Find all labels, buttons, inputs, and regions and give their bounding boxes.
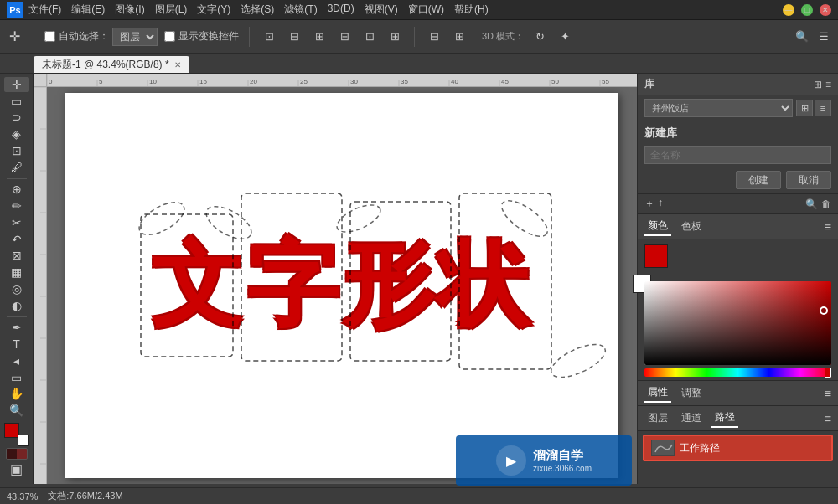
lasso-tool[interactable]: ⊃ xyxy=(4,111,29,126)
layers-panel-menu[interactable]: ≡ xyxy=(825,412,831,425)
align-top-icon[interactable]: ⊟ xyxy=(335,28,354,46)
library-name-input[interactable] xyxy=(644,146,831,164)
layers-tab[interactable]: 图层 xyxy=(644,409,671,427)
menu-file[interactable]: 文件(F) xyxy=(28,3,61,17)
brush-tool[interactable]: ✏ xyxy=(4,198,29,213)
3d-pan-icon[interactable]: ✦ xyxy=(556,28,574,46)
library-list-view[interactable]: ≡ xyxy=(825,79,831,90)
dodge-tool[interactable]: ◐ xyxy=(4,298,29,313)
path-thumbnail xyxy=(651,440,675,456)
trash-icon[interactable]: 🗑 xyxy=(821,198,831,210)
color-tab[interactable]: 颜色 xyxy=(644,217,671,236)
history-brush-tool[interactable]: ↶ xyxy=(4,232,29,247)
layer-select[interactable]: 图层 xyxy=(112,28,158,46)
library-grid-view[interactable]: ⊞ xyxy=(814,79,822,90)
align-center-h-icon[interactable]: ⊟ xyxy=(285,28,303,46)
create-library-button[interactable]: 创建 xyxy=(736,171,781,189)
adjustments-tab[interactable]: 调整 xyxy=(678,384,705,402)
screen-mode-icon[interactable]: ▣ xyxy=(4,461,29,477)
distribute2-icon[interactable]: ⊞ xyxy=(450,28,468,46)
library-dropdown[interactable]: 并州饭店 xyxy=(644,99,793,117)
properties-panel-menu[interactable]: ≡ xyxy=(825,387,831,400)
search-panel-icon[interactable]: 🔍 xyxy=(805,198,818,210)
cancel-library-button[interactable]: 取消 xyxy=(786,171,831,189)
menu-filter[interactable]: 滤镜(T) xyxy=(284,3,317,17)
color-panel-header: 颜色 色板 ≡ xyxy=(638,214,838,239)
quick-select-tool[interactable]: ◈ xyxy=(4,126,29,141)
fg-bg-color-selector[interactable] xyxy=(4,423,29,446)
canvas-text: 文字形状 xyxy=(151,224,533,348)
work-path-label: 工作路径 xyxy=(680,441,720,455)
minimize-button[interactable]: — xyxy=(783,4,794,16)
menu-text[interactable]: 文字(Y) xyxy=(197,3,230,17)
menu-edit[interactable]: 编辑(E) xyxy=(71,3,105,17)
align-left-icon[interactable]: ⊡ xyxy=(260,28,278,46)
3d-rotate-icon[interactable]: ↻ xyxy=(530,28,549,46)
watermark-text: 溜溜自学 zixue.3066.com xyxy=(533,448,592,473)
3d-mode-label: 3D 模式： xyxy=(482,30,524,43)
auto-select-checkbox[interactable] xyxy=(44,31,55,42)
watermark: ▶ 溜溜自学 zixue.3066.com xyxy=(456,435,632,486)
menu-layer[interactable]: 图层(L) xyxy=(155,3,188,17)
clone-stamp-tool[interactable]: ✂ xyxy=(4,215,29,230)
horizontal-ruler: 0 5 10 15 20 25 30 35 40 45 50 xyxy=(47,74,637,87)
photoshop-canvas[interactable]: 文字形状 xyxy=(65,93,618,478)
distribute-icon[interactable]: ⊟ xyxy=(425,28,443,46)
channels-tab[interactable]: 通道 xyxy=(678,409,705,427)
eyedropper-tool[interactable]: 🖋 xyxy=(4,160,29,175)
blur-tool[interactable]: ◎ xyxy=(4,281,29,296)
menu-image[interactable]: 图像(I) xyxy=(115,3,144,17)
canvas-scroll-area[interactable]: 文字形状 xyxy=(47,87,637,484)
svg-text:1: 1 xyxy=(34,134,35,137)
move-tool-icon[interactable]: ✛ xyxy=(5,28,23,46)
tab-close-icon[interactable]: ✕ xyxy=(174,60,181,69)
menu-view[interactable]: 视图(V) xyxy=(365,3,398,17)
work-path-item[interactable]: 工作路径 xyxy=(643,435,833,461)
menu-help[interactable]: 帮助(H) xyxy=(454,3,489,17)
grid-view-btn[interactable]: ⊞ xyxy=(796,100,813,116)
show-transform-checkbox[interactable] xyxy=(164,31,175,42)
hue-slider-handle[interactable] xyxy=(825,368,831,378)
move-tool[interactable]: ✛ xyxy=(4,77,29,92)
menu-select[interactable]: 选择(S) xyxy=(241,3,274,17)
fg-color-swatch[interactable] xyxy=(644,244,668,268)
color-gradient-area[interactable] xyxy=(644,281,831,377)
options-icon[interactable]: ☰ xyxy=(815,28,833,46)
upload-icon[interactable]: ↑ xyxy=(658,197,663,211)
color-panel-menu[interactable]: ≡ xyxy=(825,220,831,234)
hand-tool[interactable]: ✋ xyxy=(4,386,29,401)
gradient-tool[interactable]: ▦ xyxy=(4,265,29,280)
properties-tab[interactable]: 属性 xyxy=(644,383,671,403)
path-select-tool[interactable]: ◂ xyxy=(4,353,29,368)
marquee-tool[interactable]: ▭ xyxy=(4,94,29,109)
zoom-tool[interactable]: 🔍 xyxy=(4,403,29,418)
text-tool[interactable]: T xyxy=(4,337,29,352)
list-view-btn[interactable]: ≡ xyxy=(815,100,831,116)
show-transform-label: 显示变换控件 xyxy=(178,29,239,44)
pen-tool[interactable]: ✒ xyxy=(4,320,29,335)
background-color[interactable] xyxy=(18,435,29,446)
add-icon[interactable]: ＋ xyxy=(644,197,654,211)
crop-tool[interactable]: ⊡ xyxy=(4,143,29,158)
close-button[interactable]: ✕ xyxy=(820,4,831,16)
menu-3d[interactable]: 3D(D) xyxy=(328,3,354,17)
align-right-icon[interactable]: ⊞ xyxy=(310,28,328,46)
swatch-tab[interactable]: 色板 xyxy=(678,218,705,235)
svg-text:45: 45 xyxy=(501,78,509,85)
menu-window[interactable]: 窗口(W) xyxy=(408,3,444,17)
document-tab[interactable]: 未标题-1 @ 43.4%(RGB/8) * ✕ xyxy=(34,56,189,73)
quick-mask[interactable] xyxy=(6,448,28,460)
color-gradient[interactable] xyxy=(644,281,831,365)
align-bottom-icon[interactable]: ⊞ xyxy=(385,28,404,46)
canvas-area[interactable]: 0 5 10 15 20 25 30 35 40 45 50 xyxy=(34,74,637,484)
svg-text:0: 0 xyxy=(49,78,53,85)
align-center-v-icon[interactable]: ⊡ xyxy=(360,28,379,46)
eraser-tool[interactable]: ⊠ xyxy=(4,249,29,264)
watermark-url: zixue.3066.com xyxy=(533,464,592,473)
search-icon[interactable]: 🔍 xyxy=(793,28,811,46)
shape-tool[interactable]: ▭ xyxy=(4,370,29,385)
paths-tab[interactable]: 路径 xyxy=(711,409,738,428)
hue-bar[interactable] xyxy=(644,368,831,377)
spot-heal-tool[interactable]: ⊕ xyxy=(4,182,29,197)
maximize-button[interactable]: □ xyxy=(801,4,813,16)
